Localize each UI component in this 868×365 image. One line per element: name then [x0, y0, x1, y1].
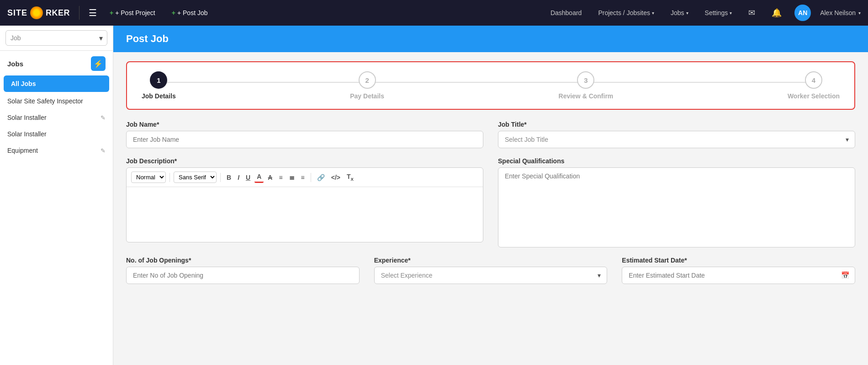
- toolbar-sep-3: [311, 173, 311, 182]
- sidebar-item-solar-installer-2[interactable]: Solar Installer: [0, 126, 113, 142]
- sidebar-item-solar-installer-1[interactable]: Solar Installer ✎: [0, 109, 113, 126]
- step-1-number: 1: [157, 76, 160, 84]
- form-row-2: Job Description* Normal Sans Serif B I: [126, 157, 855, 247]
- step-1: 1 Job Details: [142, 71, 176, 100]
- step-4: 4 Worker Selection: [788, 71, 840, 100]
- settings-link[interactable]: Settings ▾: [701, 6, 736, 19]
- sidebar-section-header: Jobs ⚡: [0, 51, 113, 75]
- font-select[interactable]: Sans Serif: [174, 172, 217, 183]
- step-1-label: Job Details: [142, 92, 176, 100]
- sidebar-item-label: Solar Installer: [7, 130, 47, 138]
- sidebar-item-label: Equipment: [7, 147, 38, 154]
- format-select[interactable]: Normal: [131, 172, 166, 183]
- step-3-label: Review & Confirm: [559, 92, 614, 100]
- strikethrough-button[interactable]: A: [265, 172, 275, 182]
- experience-select-wrap: Select Experience: [374, 267, 608, 284]
- sidebar-item-label: Solar Installer: [7, 114, 47, 121]
- toolbar-sep-1: [169, 173, 170, 182]
- job-title-select-wrap: Select Job Title: [498, 131, 855, 148]
- experience-select[interactable]: Select Experience: [374, 267, 608, 284]
- toolbar-sep-2: [220, 173, 221, 182]
- user-chevron-icon: ▾: [858, 11, 861, 16]
- step-4-circle: 4: [805, 71, 822, 89]
- link-button[interactable]: 🔗: [315, 172, 327, 182]
- sidebar: Job Project Jobs ⚡ All Jobs Solar Site S…: [0, 26, 113, 365]
- logo-icon: [30, 6, 43, 19]
- editor-body[interactable]: [127, 187, 483, 242]
- projects-jobsites-link[interactable]: Projects / Jobsites ▾: [594, 6, 658, 19]
- ordered-list-button[interactable]: ≡: [276, 172, 285, 182]
- clear-format-button[interactable]: Tx: [344, 172, 356, 183]
- projects-chevron-icon: ▾: [652, 11, 654, 16]
- job-name-label: Job Name*: [126, 121, 483, 128]
- step-2-label: Pay Details: [350, 92, 384, 100]
- user-menu[interactable]: Alex Neilson ▾: [820, 9, 861, 16]
- logo-text2: RKER: [46, 8, 70, 18]
- page-header: Post Job: [113, 26, 868, 52]
- logo-text: SITE: [7, 8, 27, 18]
- settings-label: Settings: [705, 9, 728, 16]
- filter-button[interactable]: ⚡: [91, 56, 106, 71]
- step-4-number: 4: [812, 76, 815, 84]
- jobs-link[interactable]: Jobs ▾: [667, 6, 692, 19]
- edit-icon[interactable]: ✎: [101, 147, 106, 154]
- italic-button[interactable]: I: [235, 172, 242, 182]
- unordered-list-button[interactable]: ≣: [287, 172, 297, 182]
- font-color-button[interactable]: A: [254, 172, 264, 183]
- hamburger-button[interactable]: ☰: [89, 7, 97, 18]
- post-project-plus: +: [110, 9, 113, 16]
- underline-button[interactable]: U: [243, 172, 253, 182]
- post-job-button[interactable]: + + Post Job: [168, 6, 212, 19]
- content-area: 1 Job Details 2 Pay Details 3 Review & C…: [113, 52, 868, 293]
- start-date-input[interactable]: [622, 267, 855, 284]
- mail-icon-button[interactable]: ✉: [745, 6, 759, 20]
- post-job-label: + Post Job: [177, 9, 208, 16]
- special-qual-label: Special Qualifications: [498, 157, 855, 165]
- notification-icon-button[interactable]: 🔔: [768, 6, 785, 20]
- sidebar-item-equipment[interactable]: Equipment ✎: [0, 142, 113, 159]
- step-3-number: 3: [584, 76, 587, 84]
- sidebar-type-dropdown[interactable]: Job Project: [5, 30, 107, 46]
- post-project-label: + Post Project: [115, 9, 155, 16]
- special-qual-input[interactable]: [498, 167, 855, 247]
- no-openings-input[interactable]: [126, 267, 360, 284]
- experience-group: Experience* Select Experience: [374, 257, 608, 284]
- job-title-group: Job Title* Select Job Title: [498, 121, 855, 148]
- experience-label: Experience*: [374, 257, 608, 264]
- bold-button[interactable]: B: [224, 172, 233, 182]
- avatar[interactable]: AN: [794, 5, 811, 21]
- filter-icon: ⚡: [94, 59, 103, 68]
- projects-jobsites-label: Projects / Jobsites: [598, 9, 650, 16]
- step-1-circle: 1: [150, 71, 167, 89]
- dashboard-label: Dashboard: [550, 9, 582, 16]
- editor-toolbar: Normal Sans Serif B I U A A ≡ ≣: [127, 168, 483, 187]
- special-qual-group: Special Qualifications: [498, 157, 855, 247]
- jobs-chevron-icon: ▾: [686, 11, 688, 16]
- step-2: 2 Pay Details: [350, 71, 384, 100]
- step-3: 3 Review & Confirm: [559, 71, 614, 100]
- form-row-1: Job Name* Job Title* Select Job Title: [126, 121, 855, 148]
- sidebar-item-solar-site[interactable]: Solar Site Safety Inspector: [0, 93, 113, 109]
- job-title-select[interactable]: Select Job Title: [498, 131, 855, 148]
- sidebar-item-label: Solar Site Safety Inspector: [7, 97, 83, 105]
- jobs-nav-label: Jobs: [671, 9, 684, 16]
- main-content: Post Job 1 Job Details 2 Pay Details 3: [113, 26, 868, 365]
- job-name-group: Job Name*: [126, 121, 483, 148]
- step-2-circle: 2: [359, 71, 376, 89]
- code-button[interactable]: </>: [329, 172, 343, 182]
- sidebar-items-list: All Jobs Solar Site Safety Inspector Sol…: [0, 75, 113, 365]
- edit-icon[interactable]: ✎: [101, 114, 106, 121]
- start-date-label: Estimated Start Date*: [622, 257, 855, 264]
- stepper-line: [164, 82, 818, 83]
- page-title: Post Job: [126, 33, 169, 44]
- post-project-button[interactable]: + + Post Project: [106, 6, 159, 19]
- align-button[interactable]: ≡: [299, 172, 307, 182]
- job-name-input[interactable]: [126, 131, 483, 148]
- app-logo: SITE RKER: [7, 6, 70, 19]
- dashboard-link[interactable]: Dashboard: [547, 6, 586, 19]
- job-desc-label: Job Description*: [126, 157, 483, 165]
- avatar-initials: AN: [798, 9, 807, 16]
- no-openings-label: No. of Job Openings*: [126, 257, 360, 264]
- sidebar-item-all-jobs[interactable]: All Jobs: [4, 75, 109, 92]
- post-job-plus: +: [172, 9, 175, 16]
